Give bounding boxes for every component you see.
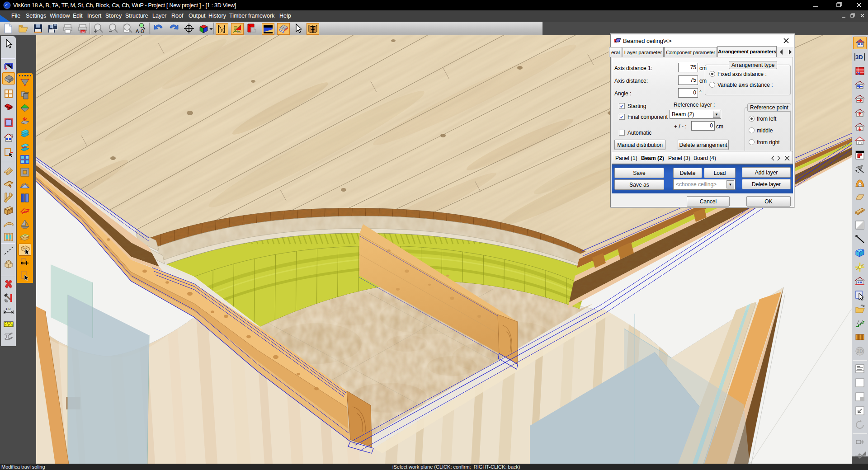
svg-text:1.0: 1.0 bbox=[5, 307, 11, 311]
svg-text:3D: 3D bbox=[855, 54, 863, 61]
svg-text:PDF: PDF bbox=[81, 30, 85, 33]
svg-text:A-Ω: A-Ω bbox=[136, 28, 144, 34]
svg-text:2D: 2D bbox=[857, 348, 863, 354]
svg-text:1 2 3: 1 2 3 bbox=[5, 323, 13, 327]
